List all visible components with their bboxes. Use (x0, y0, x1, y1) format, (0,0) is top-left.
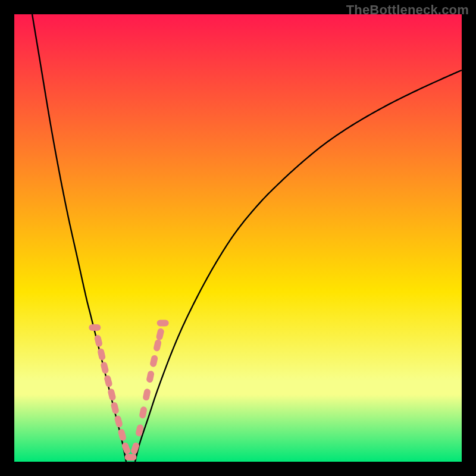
marker-capsule (125, 454, 137, 461)
gradient-background (14, 14, 462, 462)
marker-capsule (157, 320, 169, 326)
watermark-text: TheBottleneck.com (346, 2, 469, 18)
chart-frame (14, 14, 462, 462)
chart-svg (14, 14, 462, 462)
marker-capsule (89, 324, 101, 331)
